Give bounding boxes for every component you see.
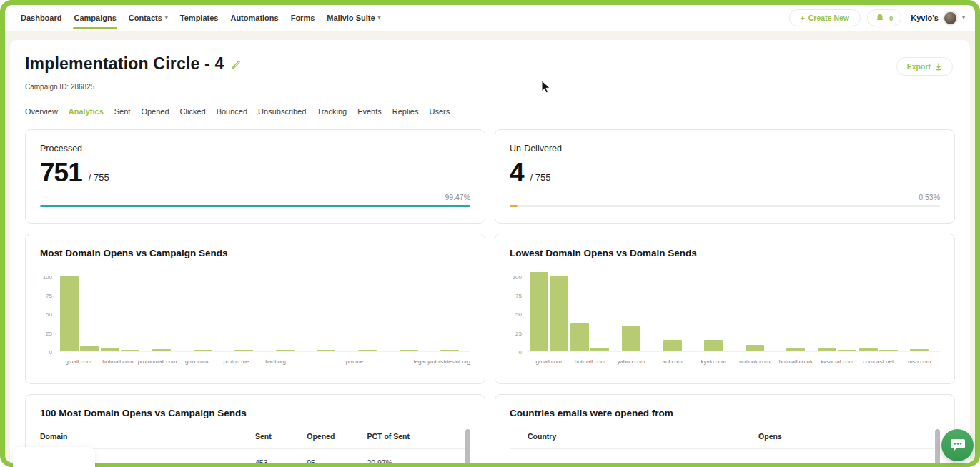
nav-item-templates[interactable]: Templates <box>179 5 219 31</box>
tab-opened[interactable]: Opened <box>141 107 169 116</box>
bar-group <box>100 269 142 351</box>
stat-percentage: 99.47% <box>445 193 470 201</box>
plus-icon: + <box>801 14 805 22</box>
data-table: CountryOpens <box>510 432 940 449</box>
create-new-button[interactable]: + Create New <box>789 9 861 26</box>
bar-group <box>652 269 693 351</box>
nav-item-automations[interactable]: Automations <box>229 5 279 31</box>
x-axis-label: aol.com <box>652 358 693 365</box>
bar-group <box>306 269 347 351</box>
bar-group <box>899 269 940 351</box>
progress-track <box>40 205 470 207</box>
bar <box>440 350 459 351</box>
bar <box>60 276 79 351</box>
stat-value-row: 751 / 755 <box>40 161 470 184</box>
plot-area: gmail.comhotmail.comprotonmail.comgmx.co… <box>59 269 470 365</box>
tab-sent[interactable]: Sent <box>114 107 131 116</box>
progress-fill <box>40 205 470 207</box>
tab-unsubscribed[interactable]: Unsubscribed <box>258 107 306 116</box>
tab-replies[interactable]: Replies <box>392 107 419 116</box>
bar-group <box>429 269 470 351</box>
y-tick-label: 25 <box>46 330 52 336</box>
y-tick-label: 75 <box>46 292 52 298</box>
y-axis: 1007550250 <box>40 269 59 352</box>
tab-analytics[interactable]: Analytics <box>69 107 104 116</box>
table-cell: 453 <box>255 458 307 463</box>
bar <box>663 340 682 351</box>
nav-items: DashboardCampaignsContacts▾TemplatesAuto… <box>20 5 382 31</box>
stat-card-processed: Processed 751 / 755 99.47% <box>25 129 485 224</box>
bar <box>121 350 139 351</box>
tab-events[interactable]: Events <box>357 107 382 116</box>
account-menu[interactable]: Kyvio's ▾ <box>911 11 965 26</box>
column-header: Domain <box>40 432 255 441</box>
x-axis-label: pm.me <box>335 358 374 365</box>
bar <box>234 350 253 351</box>
navbar-right-cluster: + Create New 0 Kyvio's ▾ <box>789 9 965 26</box>
bar-group <box>347 269 388 351</box>
tab-tracking[interactable]: Tracking <box>317 107 347 116</box>
tab-overview[interactable]: Overview <box>25 107 58 116</box>
bar <box>786 348 805 351</box>
export-label: Export <box>907 62 931 71</box>
bar <box>838 350 856 351</box>
chart-title: Lowest Domain Opens vs Domain Sends <box>510 248 940 258</box>
table-scrollbar[interactable] <box>465 429 470 463</box>
tab-bounced[interactable]: Bounced <box>217 107 247 116</box>
avatar <box>943 11 958 26</box>
x-axis-label: comcast.net <box>858 358 899 365</box>
stat-value: 751 <box>40 161 82 184</box>
nav-item-campaigns[interactable]: Campaigns <box>73 5 117 31</box>
account-name: Kyvio's <box>911 14 939 22</box>
bar <box>152 349 171 351</box>
table-cell: 20.97% <box>367 458 470 463</box>
bar-group <box>182 269 224 351</box>
bar <box>358 350 377 351</box>
table-header-row: CountryOpens <box>510 432 940 449</box>
x-axis-label: outlook.com <box>734 358 776 365</box>
stat-title: Processed <box>40 144 470 154</box>
tab-clicked[interactable]: Clicked <box>180 107 206 116</box>
notifications-button[interactable]: 0 <box>867 9 901 26</box>
stat-value-row: 4 / 755 <box>510 161 940 184</box>
download-icon <box>935 63 942 71</box>
plot-area: gmail.comhotmail.comyahoo.comaol.comkyvi… <box>528 269 940 365</box>
bar <box>910 349 929 351</box>
table-scrollbar[interactable] <box>935 429 940 463</box>
x-axis-label: kvsocial.com <box>816 358 858 365</box>
nav-item-forms[interactable]: Forms <box>290 5 316 31</box>
y-axis: 1007550250 <box>510 269 528 352</box>
nav-item-mailvio-suite[interactable]: Mailvio Suite▾ <box>326 5 381 31</box>
export-button[interactable]: Export <box>896 57 953 76</box>
bar-group <box>858 269 899 351</box>
chevron-down-icon: ▾ <box>165 15 168 21</box>
bar-chart: 1007550250gmail.comhotmail.comyahoo.coma… <box>510 269 940 365</box>
nav-item-dashboard[interactable]: Dashboard <box>20 5 62 31</box>
table-card-countries: Countries emails were opened from Countr… <box>495 394 955 463</box>
chat-launcher-button[interactable] <box>941 429 974 461</box>
bar-group <box>776 269 817 351</box>
chart-card-lowest-domain-opens: Lowest Domain Opens vs Domain Sends 1007… <box>495 234 955 384</box>
bar <box>317 350 335 351</box>
cards-grid: Processed 751 / 755 99.47% Un-Delivered … <box>25 129 955 463</box>
bar <box>622 326 640 351</box>
bar <box>276 350 295 351</box>
bar-group <box>570 269 611 351</box>
edit-title-pencil-icon[interactable] <box>232 59 241 72</box>
y-tick-label: 50 <box>515 311 522 318</box>
stat-value: 4 <box>510 161 524 184</box>
bar <box>400 350 418 351</box>
y-tick-label: 0 <box>519 349 522 356</box>
column-header: Country <box>528 432 758 441</box>
tab-users[interactable]: Users <box>429 107 450 116</box>
nav-item-contacts[interactable]: Contacts▾ <box>128 5 169 31</box>
bar <box>818 348 836 351</box>
x-axis-label: msn.com <box>899 358 940 365</box>
stat-total: / 755 <box>89 172 109 184</box>
chevron-down-icon: ▾ <box>378 15 381 21</box>
chart-title: Most Domain Opens vs Campaign Sends <box>40 248 470 258</box>
bar-group <box>388 269 430 351</box>
chart-card-most-domain-opens: Most Domain Opens vs Campaign Sends 1007… <box>25 234 485 384</box>
bar-group <box>693 269 734 351</box>
bar <box>550 276 568 351</box>
